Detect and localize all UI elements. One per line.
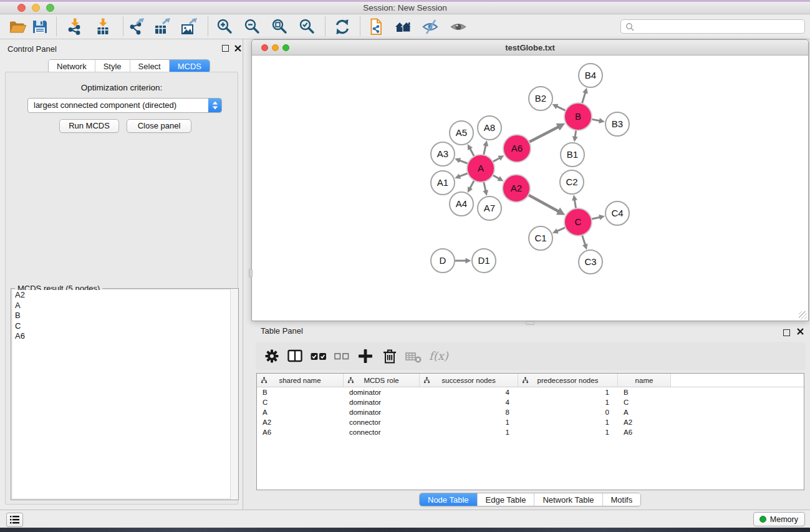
import-network-icon[interactable] <box>65 17 84 36</box>
graph-edge-C-C1[interactable] <box>557 228 566 231</box>
graph-node-A2[interactable]: A2 <box>503 175 530 202</box>
graph-edge-A6-B[interactable] <box>529 127 559 142</box>
graph-node-A5[interactable]: A5 <box>450 121 473 145</box>
zoom-out-icon[interactable] <box>243 17 262 36</box>
cell-successor-nodes[interactable]: 1 <box>420 417 518 427</box>
deselect-all-icon[interactable] <box>332 347 351 365</box>
show-columns-icon[interactable] <box>286 347 304 365</box>
graph-edge-A-A1[interactable] <box>460 173 468 177</box>
graph-edge-A-A8[interactable] <box>484 145 486 155</box>
save-session-icon[interactable] <box>31 17 49 36</box>
graph-node-A4[interactable]: A4 <box>450 192 473 216</box>
cell-name[interactable]: C <box>618 397 671 407</box>
graph-edge-A-A3[interactable] <box>460 160 468 163</box>
graph-edge-A-A7[interactable] <box>484 181 486 191</box>
run-mcds-button[interactable]: Run MCDS <box>59 119 119 133</box>
export-image-icon[interactable] <box>180 17 198 36</box>
graph-edge-B-B3[interactable] <box>592 119 600 121</box>
graph-node-C1[interactable]: C1 <box>529 226 552 250</box>
cell-name[interactable]: A6 <box>618 427 671 437</box>
column-header-shared-name[interactable]: shared name <box>257 374 344 387</box>
cell-successor-nodes[interactable]: 4 <box>420 387 518 397</box>
cell-name[interactable]: B <box>618 387 671 397</box>
export-network-icon[interactable] <box>127 17 145 36</box>
open-file-icon[interactable] <box>8 17 27 36</box>
mcds-result-item[interactable]: B <box>12 311 237 321</box>
cell-predecessor-nodes[interactable]: 1 <box>518 387 618 397</box>
graph-node-A3[interactable]: A3 <box>431 142 455 166</box>
graph-node-C2[interactable]: C2 <box>560 170 584 194</box>
graph-edge-B-B1[interactable] <box>575 130 576 137</box>
first-neighbors-icon[interactable] <box>394 17 413 36</box>
tab-node-table[interactable]: Node Table <box>420 493 477 506</box>
tab-network[interactable]: Network <box>49 60 95 72</box>
close-panel-button[interactable]: Close panel <box>127 119 191 133</box>
table-panel-close-icon[interactable] <box>796 327 804 336</box>
graph-node-B2[interactable]: B2 <box>529 87 552 110</box>
graph-edge-A2-C[interactable] <box>528 195 559 211</box>
table-panel-float-icon[interactable] <box>783 327 790 339</box>
graph-edge-A-A6[interactable] <box>493 158 499 162</box>
cell-shared-name[interactable]: A6 <box>257 427 344 437</box>
tab-mcds[interactable]: MCDS <box>169 60 210 72</box>
cell-name[interactable]: A2 <box>618 417 671 427</box>
graph-node-A7[interactable]: A7 <box>478 196 501 220</box>
graph-edge-C-C3[interactable] <box>582 235 586 245</box>
tab-style[interactable]: Style <box>95 60 130 72</box>
network-canvas[interactable]: B4B2BB3A5A8A6B1A3AC2A1A2A4A7C4CC1C3DD1 <box>252 56 808 321</box>
cell-mcds-role[interactable]: dominator <box>344 387 420 397</box>
graph-node-C3[interactable]: C3 <box>579 250 602 274</box>
cell-successor-nodes[interactable]: 4 <box>420 397 518 407</box>
import-table-icon[interactable] <box>94 17 112 36</box>
app-titlebar[interactable]: Session: New Session <box>0 2 810 14</box>
tab-select[interactable]: Select <box>130 60 169 72</box>
cell-predecessor-nodes[interactable]: 1 <box>518 427 618 437</box>
delete-table-icon[interactable] <box>404 347 423 365</box>
graph-node-A8[interactable]: A8 <box>478 116 501 140</box>
export-table-icon[interactable] <box>153 17 171 36</box>
graph-node-A6[interactable]: A6 <box>503 135 531 162</box>
optimization-criterion-select[interactable]: largest connected component (directed) <box>27 98 222 113</box>
mcds-list-scrollbar[interactable] <box>230 289 238 500</box>
column-header-predecessor-nodes[interactable]: predecessor nodes <box>518 374 618 387</box>
mcds-result-item[interactable]: C <box>12 321 237 332</box>
column-header-successor-nodes[interactable]: successor nodes <box>420 374 518 387</box>
task-history-button[interactable] <box>6 513 23 527</box>
cell-shared-name[interactable]: C <box>257 397 344 407</box>
mcds-result-item[interactable]: A <box>12 301 237 311</box>
cell-shared-name[interactable]: A <box>257 407 344 417</box>
tab-edge-table[interactable]: Edge Table <box>477 493 534 506</box>
cell-name[interactable]: A <box>618 407 671 417</box>
network-graph[interactable]: B4B2BB3A5A8A6B1A3AC2A1A2A4A7C4CC1C3DD1 <box>252 56 808 321</box>
show-all-icon[interactable] <box>449 17 468 36</box>
network-window-titlebar[interactable]: testGlobe.txt <box>252 40 808 56</box>
hide-selected-icon[interactable] <box>421 17 440 36</box>
search-field[interactable] <box>620 19 805 34</box>
cell-mcds-role[interactable]: connector <box>344 417 420 427</box>
cell-shared-name[interactable]: A2 <box>257 417 344 427</box>
graph-edge-C-C2[interactable] <box>574 200 576 208</box>
graph-edge-A-A2[interactable] <box>493 175 499 179</box>
graph-edge-B-B4[interactable] <box>582 92 585 104</box>
float-panel-icon[interactable] <box>222 45 229 52</box>
window-resize-grip[interactable] <box>799 311 807 319</box>
network-view-window[interactable]: testGlobe.txt B4B2BB3A5A8A6B1A3AC2A1A2A4… <box>251 39 809 321</box>
table-row[interactable]: Cdominator41C <box>257 397 804 407</box>
splitter-handle-horizontal[interactable] <box>526 321 534 325</box>
cell-predecessor-nodes[interactable]: 0 <box>518 407 618 417</box>
graph-edge-A-A5[interactable] <box>470 148 475 157</box>
cell-mcds-role[interactable]: connector <box>344 427 420 437</box>
cell-predecessor-nodes[interactable]: 1 <box>518 417 618 427</box>
graph-node-C[interactable]: C <box>564 208 592 236</box>
mcds-result-list[interactable]: A2ABCA6 <box>12 290 237 498</box>
graph-node-A[interactable]: A <box>467 155 494 182</box>
table-row[interactable]: Adominator80A <box>257 407 804 417</box>
function-builder-icon[interactable]: f(x) <box>429 349 448 362</box>
close-panel-icon[interactable] <box>234 44 242 52</box>
table-row[interactable]: A2connector11A2 <box>257 417 804 427</box>
add-column-icon[interactable] <box>356 347 375 365</box>
graph-edge-B-B2[interactable] <box>557 106 566 110</box>
search-input[interactable] <box>637 20 801 33</box>
table-row[interactable]: A6connector11A6 <box>257 427 804 437</box>
mcds-result-item[interactable]: A6 <box>12 331 237 342</box>
